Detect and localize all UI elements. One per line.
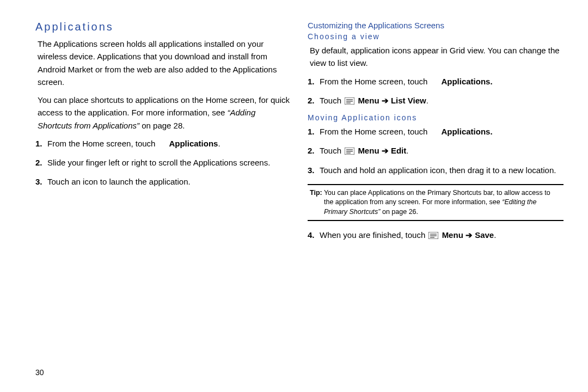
subheading-choosing-view: Choosing a view xyxy=(308,32,564,41)
choosing-view-intro: By default, application icons appear in … xyxy=(308,44,564,70)
heading-applications: Applications xyxy=(35,21,291,33)
cv-step-2: Touch Menu List View. xyxy=(320,94,564,107)
step1-text-c: . xyxy=(218,139,220,148)
menu-icon xyxy=(345,148,354,155)
mi-step2-text-a: Touch xyxy=(320,146,344,155)
mi-step-3: Touch and hold an application icon, then… xyxy=(320,164,564,176)
moving-icons-steps: From the Home screen, touch Applications… xyxy=(308,125,564,176)
step1-text-a: From the Home screen, touch xyxy=(47,139,158,148)
arrow-icon xyxy=(382,96,389,105)
applications-icon xyxy=(158,139,167,148)
mi-step2-menu: Menu xyxy=(358,146,379,155)
heading-customizing: Customizing the Applications Screens xyxy=(308,21,564,30)
applications-steps: From the Home screen, touch Applications… xyxy=(35,137,291,188)
tip-label: Tip: xyxy=(310,189,322,197)
tip-text-c: on page 26. xyxy=(381,208,419,216)
left-column: Applications The Applications screen hol… xyxy=(35,21,302,381)
step-1: From the Home screen, touch Applications… xyxy=(47,137,291,150)
cv-step2-text-a: Touch xyxy=(320,96,344,105)
mi-step-1: From the Home screen, touch Applications… xyxy=(320,125,564,138)
mi-step1-text-a: From the Home screen, touch xyxy=(320,127,430,136)
subheading-moving-icons: Moving Application icons xyxy=(308,113,564,122)
mi-step2-target: Edit xyxy=(391,146,406,155)
arrow-icon xyxy=(465,230,473,240)
cv-step-1: From the Home screen, touch Applications… xyxy=(320,75,564,88)
mi-step1-label: Applications. xyxy=(441,127,492,136)
applications-icon xyxy=(430,77,439,86)
choosing-view-steps: From the Home screen, touch Applications… xyxy=(308,75,564,107)
step1-label: Applications xyxy=(169,139,218,148)
cv-step1-text-a: From the Home screen, touch xyxy=(320,77,430,86)
mi-step4-target: Save xyxy=(475,230,494,240)
menu-icon xyxy=(345,97,354,105)
step-3: Touch an icon to launch the application. xyxy=(47,175,291,188)
applications-intro-1: The Applications screen holds all applic… xyxy=(35,38,291,88)
mi-step-4: When you are finished, touch Menu Save. xyxy=(320,229,564,241)
page-number: 30 xyxy=(35,368,44,377)
right-column: Customizing the Applications Screens Cho… xyxy=(302,21,564,381)
mi-step2-text-c: . xyxy=(406,146,408,155)
para2-text-c: on page 28. xyxy=(139,121,185,130)
step-2: Slide your finger left or right to scrol… xyxy=(47,156,291,169)
tip-box: Tip: You can place Applications on the P… xyxy=(308,184,564,222)
mi-step4-text-c: . xyxy=(494,230,496,240)
cv-step2-target: List View xyxy=(391,96,426,105)
mi-step4-text-a: When you are finished, touch xyxy=(320,230,427,240)
applications-icon xyxy=(430,127,439,136)
menu-icon xyxy=(428,232,438,239)
arrow-icon xyxy=(382,146,389,155)
cv-step2-text-c: . xyxy=(426,96,428,105)
applications-intro-2: You can place shortcuts to applications … xyxy=(35,94,291,132)
cv-step1-label: Applications. xyxy=(441,77,492,86)
mi-step-2: Touch Menu Edit. xyxy=(320,144,564,157)
cv-step2-menu: Menu xyxy=(358,96,379,105)
mi-step4-menu: Menu xyxy=(442,230,463,240)
moving-icons-steps-cont: When you are finished, touch Menu Save. xyxy=(308,229,564,241)
